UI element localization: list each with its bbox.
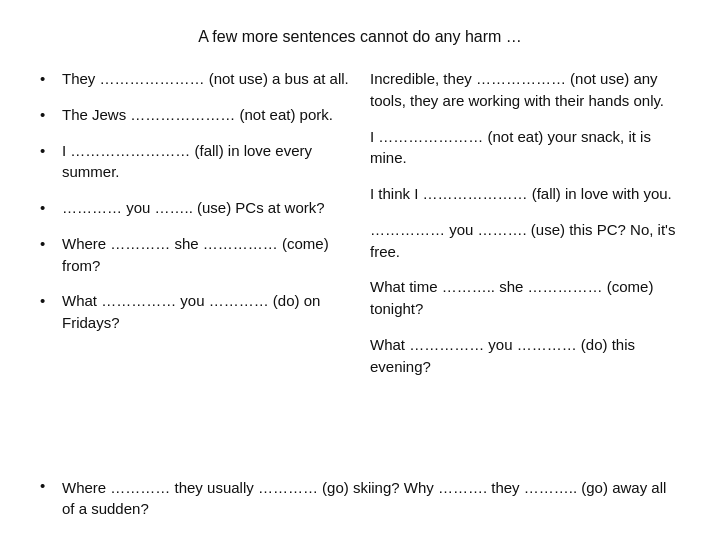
sentence-last: Where ………… they usually ………… (go) skiing…	[62, 477, 680, 521]
list-item: • They ………………… (not use) a bus at all.	[40, 68, 350, 90]
sentence-1-left: They ………………… (not use) a bus at all.	[62, 68, 350, 90]
slide-title: A few more sentences cannot do any harm …	[40, 28, 680, 46]
sentence-4-right: …………… you ………. (use) this PC? No, it's f…	[370, 219, 680, 263]
list-item: • The Jews ………………… (not eat) pork.	[40, 104, 350, 126]
list-item: • I …………………… (fall) in love every summer…	[40, 140, 350, 184]
last-row: • Where ………… they usually ………… (go) skii…	[40, 477, 680, 521]
right-column: Incredible, they ……………… (not use) any to…	[370, 68, 680, 473]
sentence-5-left: Where ………… she …………… (come) from?	[62, 233, 350, 277]
sentence-3-right: I think I ………………… (fall) in love with yo…	[370, 183, 680, 205]
bullet-5: •	[40, 233, 56, 255]
sentence-6-left: What …………… you ………… (do) on Fridays?	[62, 290, 350, 334]
list-item: • Where ………… she …………… (come) from?	[40, 233, 350, 277]
sentence-2-right: I ………………… (not eat) your snack, it is mi…	[370, 126, 680, 170]
bullet-last: •	[40, 477, 56, 494]
bullet-2: •	[40, 104, 56, 126]
list-item: • ………… you …….. (use) PCs at work?	[40, 197, 350, 219]
slide: A few more sentences cannot do any harm …	[0, 0, 720, 540]
sentence-2-left: The Jews ………………… (not eat) pork.	[62, 104, 350, 126]
bullet-4: •	[40, 197, 56, 219]
content-area: • They ………………… (not use) a bus at all. •…	[40, 68, 680, 473]
list-item: • What …………… you ………… (do) on Fridays?	[40, 290, 350, 334]
sentence-4-left: ………… you …….. (use) PCs at work?	[62, 197, 350, 219]
bullet-6: •	[40, 290, 56, 312]
bullet-1: •	[40, 68, 56, 90]
sentence-5-right: What time ……….. she …………… (come) tonight…	[370, 276, 680, 320]
sentence-3-left: I …………………… (fall) in love every summer.	[62, 140, 350, 184]
bullet-3: •	[40, 140, 56, 162]
sentence-6-right: What …………… you ………… (do) this evening?	[370, 334, 680, 378]
left-column: • They ………………… (not use) a bus at all. •…	[40, 68, 350, 473]
sentence-1-right: Incredible, they ……………… (not use) any to…	[370, 68, 680, 112]
